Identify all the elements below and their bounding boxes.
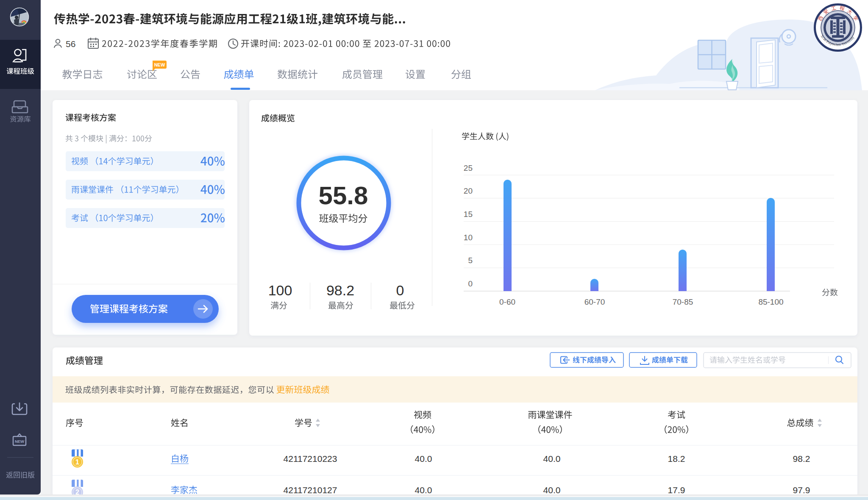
svg-text:25: 25 — [464, 164, 473, 172]
svg-text:40.0: 40.0 — [543, 454, 561, 464]
svg-text:42117210223: 42117210223 — [284, 454, 337, 464]
svg-text:98.2: 98.2 — [326, 282, 354, 298]
svg-text:0: 0 — [468, 279, 473, 288]
svg-text:40.0: 40.0 — [415, 454, 432, 464]
svg-text:40.0: 40.0 — [415, 485, 432, 495]
svg-text:70-85: 70-85 — [673, 297, 693, 306]
svg-text:85-100: 85-100 — [758, 297, 783, 306]
svg-text:15: 15 — [464, 210, 473, 219]
svg-text:60-70: 60-70 — [584, 297, 605, 306]
svg-text:0: 0 — [396, 282, 404, 298]
svg-text:40.0: 40.0 — [543, 485, 561, 495]
svg-text:97.9: 97.9 — [793, 485, 810, 495]
svg-text:5: 5 — [468, 256, 473, 265]
svg-text:55.8: 55.8 — [319, 181, 368, 210]
svg-text:18.2: 18.2 — [668, 454, 685, 464]
svg-text:56: 56 — [66, 39, 75, 49]
svg-text:100: 100 — [268, 282, 292, 298]
svg-text:NEW: NEW — [154, 62, 165, 67]
svg-text:1: 1 — [75, 458, 79, 466]
svg-text:0-60: 0-60 — [499, 297, 515, 306]
svg-text:17.9: 17.9 — [668, 485, 685, 495]
svg-text:98.2: 98.2 — [793, 454, 810, 464]
svg-text:NEW: NEW — [15, 439, 24, 444]
svg-text:10: 10 — [464, 233, 473, 242]
svg-text:42117210127: 42117210127 — [284, 485, 337, 495]
svg-text:20: 20 — [464, 186, 473, 195]
